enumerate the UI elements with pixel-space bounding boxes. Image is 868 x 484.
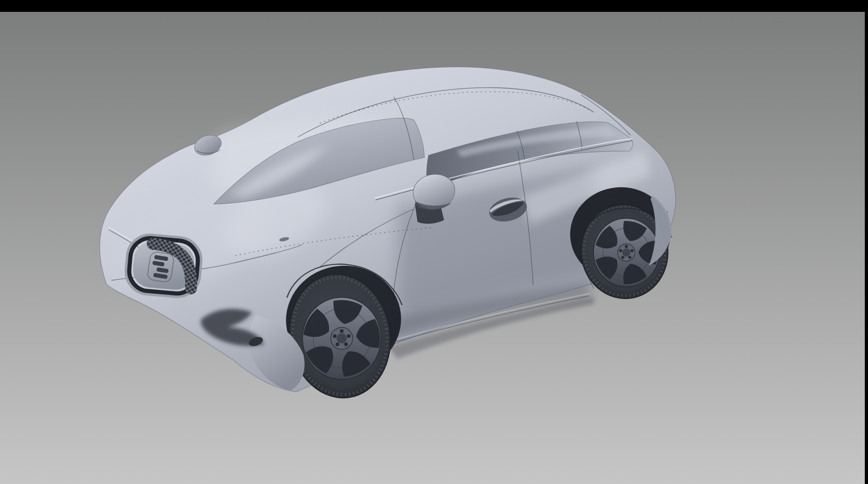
lug-nut xyxy=(625,245,628,248)
front-hub-cap xyxy=(337,333,347,343)
lug-nut xyxy=(340,329,344,333)
app-window xyxy=(0,0,868,484)
top-letterbox-bar xyxy=(0,0,868,12)
front-grille xyxy=(126,235,201,297)
rear-hub-cap xyxy=(622,248,630,257)
render-canvas xyxy=(0,0,868,484)
render-viewport[interactable] xyxy=(0,0,868,484)
right-letterbox-strip xyxy=(865,12,868,484)
